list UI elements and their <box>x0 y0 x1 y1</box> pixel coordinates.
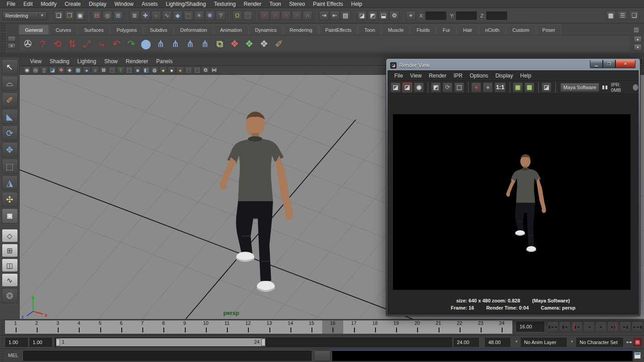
step-forward-frame-button[interactable]: ►▮ <box>619 321 631 332</box>
play-backwards-button[interactable]: ◄ <box>583 321 595 332</box>
bookmarks-icon[interactable]: ▯ <box>40 66 48 74</box>
current-tool-camera-icon[interactable]: ◙ <box>2 208 18 224</box>
menu-set-dropdown[interactable]: Rendering ▼ <box>2 11 47 20</box>
timeline-frame[interactable]: 9 <box>174 320 195 334</box>
z-coordinate-input[interactable] <box>486 12 507 20</box>
ipr-pause-button[interactable]: ▮▮ <box>602 84 608 90</box>
select-object-icon[interactable]: ◎ <box>102 11 112 21</box>
insert-joint-icon[interactable]: ⋔ <box>198 37 212 50</box>
shelf-scroll-down-button[interactable]: ▼ <box>634 44 642 51</box>
ik-spline-icon[interactable]: ⋔ <box>183 37 197 50</box>
render-view-menu-item[interactable]: Help <box>516 72 535 79</box>
timeline-frame[interactable]: 3 <box>47 320 68 334</box>
save-scene-icon[interactable]: ▣ <box>75 11 85 21</box>
timeline-frame[interactable]: 12 <box>238 320 259 334</box>
maximize-button[interactable]: ❐ <box>603 60 615 68</box>
select-dynamics-icon[interactable]: ❋ <box>205 11 215 21</box>
timeline-frame[interactable]: 16 <box>322 320 343 334</box>
smooth-shade-icon[interactable]: ○ <box>91 66 99 74</box>
camera-dolly-icon[interactable]: ⤢ <box>80 37 94 50</box>
timeline-frame[interactable]: 1 <box>5 320 26 334</box>
menu-item[interactable]: Lighting/Shading <box>162 0 209 8</box>
yellow-light-icon[interactable]: ● <box>159 66 167 74</box>
shelf-tab[interactable]: Custom <box>506 25 536 34</box>
keep-image-icon[interactable]: ▣ <box>513 82 523 92</box>
shelf-tab[interactable]: Animation <box>214 25 248 34</box>
select-object-type-icon[interactable]: ❖ <box>228 37 241 50</box>
timeline-frame[interactable]: 5 <box>90 320 111 334</box>
shelf-tab[interactable]: nCloth <box>479 25 506 34</box>
shelf-tab[interactable]: General <box>19 25 49 34</box>
minimize-button[interactable]: ▁ <box>590 60 603 68</box>
dock-grip[interactable] <box>0 23 5 53</box>
toolbar-separator[interactable] <box>314 10 317 21</box>
input-connections-icon[interactable]: ⇥ <box>319 11 329 21</box>
move-tool-icon[interactable]: ◣ <box>2 109 18 124</box>
range-slider-track[interactable]: 1 24 <box>55 337 452 347</box>
timeline-track[interactable]: 16 1234567891011121314151617181920212223… <box>4 320 513 334</box>
single-view-icon[interactable]: ⬚ <box>193 66 201 74</box>
toolbar-separator[interactable] <box>352 10 355 21</box>
timeline-frame[interactable]: 22 <box>449 320 470 334</box>
render-settings-icon[interactable]: ⚙ <box>389 11 399 21</box>
open-scene-icon[interactable]: ❒ <box>64 11 74 21</box>
graph-pane-layout-icon[interactable]: ∿ <box>2 273 18 287</box>
step-back-key-button[interactable]: ▮◄ <box>571 321 583 332</box>
viewport-menu-item[interactable]: Lighting <box>73 58 100 65</box>
playback-start-field[interactable]: 1.00 <box>30 338 52 347</box>
rgb-channels-icon[interactable]: ● <box>471 82 481 92</box>
shelf-tab[interactable]: PaintEffects <box>319 25 358 34</box>
render-view-menu-item[interactable]: File <box>391 72 406 79</box>
timeline-frame[interactable]: 13 <box>259 320 280 334</box>
rotate-tool-icon[interactable]: ⟳ <box>2 125 18 141</box>
viewport-menu-item[interactable]: View <box>26 58 46 65</box>
four-pane-layout-icon[interactable]: ⊞ <box>2 244 18 257</box>
chevron-down-icon[interactable]: ▼ <box>570 340 574 344</box>
camera-attributes-icon[interactable]: ◎ <box>32 66 39 74</box>
snap-to-grids-icon[interactable]: ∩ <box>260 11 269 21</box>
viewport-menu-item[interactable]: Shading <box>46 58 73 65</box>
mel-label[interactable]: MEL <box>8 353 18 358</box>
select-joints-icon[interactable]: ✳ <box>194 11 204 21</box>
joint-tool-icon[interactable]: ⋔ <box>154 37 167 50</box>
shelf-tab[interactable]: Deformation <box>174 25 213 34</box>
auto-keyframe-icon[interactable]: ▦ <box>634 338 641 346</box>
shelf-tab[interactable]: Toon <box>358 25 381 34</box>
menu-item[interactable]: Window <box>111 0 138 8</box>
pan-zoom-icon[interactable]: ✥ <box>57 66 65 74</box>
shelf-tab[interactable]: Subdivs <box>144 25 174 34</box>
shelf-selector-button[interactable] <box>8 36 16 42</box>
snap-to-planes-icon[interactable]: ∩ <box>292 11 302 21</box>
render-sphere-icon[interactable]: ◍ <box>151 66 158 74</box>
shelf-tab[interactable]: Polygons <box>110 25 143 34</box>
new-scene-icon[interactable]: ❑ <box>54 11 64 21</box>
snap-to-points-icon[interactable]: ∩ <box>281 11 291 21</box>
menu-item[interactable]: Stereo <box>285 0 309 8</box>
chevron-down-icon[interactable]: ▼ <box>515 340 518 344</box>
toolbar-separator[interactable] <box>49 10 52 21</box>
multi-view-icon[interactable]: ⧉ <box>202 66 209 74</box>
select-deformations-icon[interactable]: ⬚ <box>183 11 193 21</box>
isolate-select-icon[interactable]: ⬚ <box>185 66 192 74</box>
shelf-tab[interactable]: Surfaces <box>78 25 110 34</box>
shaded-mode-icon[interactable]: ▦ <box>74 66 82 74</box>
render-view-menu-item[interactable]: IPR <box>450 72 466 79</box>
viewport-menu-item[interactable]: Renderer <box>122 58 152 65</box>
menu-item[interactable]: Create <box>60 0 85 8</box>
select-curves-icon[interactable]: ∿ <box>162 11 172 21</box>
dock-grip[interactable] <box>0 349 4 362</box>
dock-grip[interactable] <box>0 319 4 335</box>
play-forwards-button[interactable]: ► <box>595 321 607 332</box>
shelf-tab[interactable]: Poser <box>536 25 562 34</box>
toolbar-separator[interactable] <box>125 10 128 21</box>
ipr-render-icon[interactable]: ◩ <box>431 82 441 92</box>
refresh-ipr-icon[interactable]: ⟳ <box>443 82 452 92</box>
white-light-icon[interactable]: ● <box>168 66 175 74</box>
toolbar-separator[interactable] <box>255 10 258 21</box>
select-hierarchy-icon[interactable]: ⊟ <box>92 11 102 21</box>
animation-start-field[interactable]: 1.00 <box>5 338 28 347</box>
hud-text-icon[interactable]: T <box>117 66 124 74</box>
select-surfaces-icon[interactable]: ◆ <box>173 11 183 21</box>
animation-end-field[interactable]: 48.00 <box>485 338 510 347</box>
open-render-settings-icon[interactable]: ◪ <box>542 82 551 92</box>
